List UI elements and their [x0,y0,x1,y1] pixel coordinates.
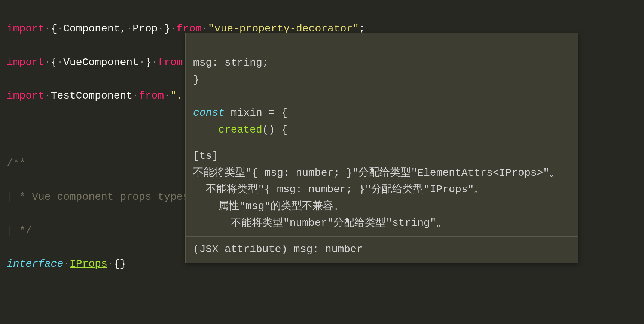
keyword-interface: interface [7,258,63,270]
hover-error-message: [ts] 不能将类型"{ msg: number; }"分配给类型"Elemen… [186,143,578,237]
hover-tooltip: msg: string; } const mixin = { created()… [185,33,578,263]
code-line[interactable] [7,290,637,306]
hover-code-preview: msg: string; } const mixin = { created()… [186,33,578,143]
keyword-import: import [7,23,45,34]
hover-type-info: (JSX attribute) msg: number [186,237,578,263]
